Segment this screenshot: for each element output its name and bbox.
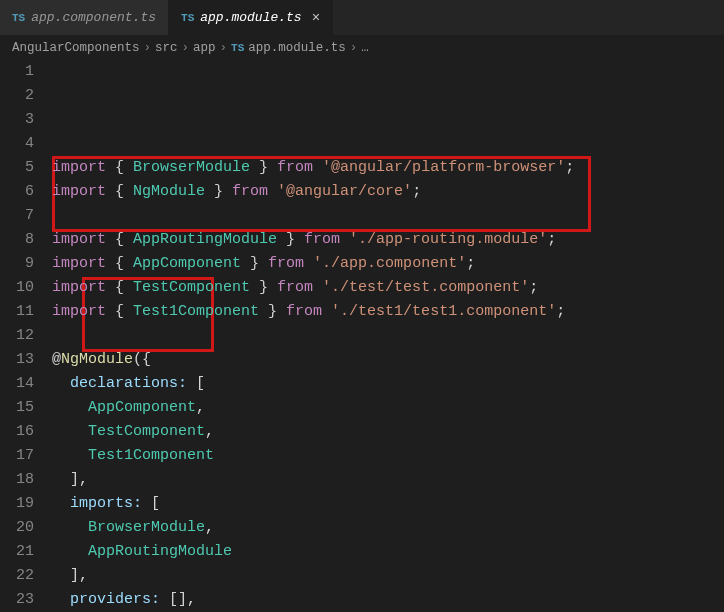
line-number: 5	[0, 156, 34, 180]
code-line[interactable]: BrowserModule,	[52, 516, 724, 540]
chevron-right-icon: ›	[220, 41, 228, 55]
typescript-icon: TS	[181, 12, 194, 24]
breadcrumb-more[interactable]: …	[361, 41, 369, 55]
breadcrumb-file[interactable]: app.module.ts	[248, 41, 346, 55]
code-line[interactable]: import { AppComponent } from './app.comp…	[52, 252, 724, 276]
chevron-right-icon: ›	[144, 41, 152, 55]
code-line[interactable]: TestComponent,	[52, 420, 724, 444]
breadcrumb[interactable]: AngularComponents › src › app › TS app.m…	[0, 36, 724, 60]
line-number: 7	[0, 204, 34, 228]
breadcrumb-part[interactable]: app	[193, 41, 216, 55]
code-line[interactable]	[52, 324, 724, 348]
line-number: 6	[0, 180, 34, 204]
code-line[interactable]: import { Test1Component } from './test1/…	[52, 300, 724, 324]
tab-app-module[interactable]: TS app.module.ts ×	[169, 0, 333, 35]
code-editor[interactable]: 1234567891011121314151617181920212223 im…	[0, 60, 724, 612]
code-line[interactable]: import { AppRoutingModule } from './app-…	[52, 228, 724, 252]
code-line[interactable]: imports: [	[52, 492, 724, 516]
code-line[interactable]: import { NgModule } from '@angular/core'…	[52, 180, 724, 204]
code-line[interactable]: import { BrowserModule } from '@angular/…	[52, 156, 724, 180]
typescript-icon: TS	[12, 12, 25, 24]
line-number: 17	[0, 444, 34, 468]
code-line[interactable]: @NgModule({	[52, 348, 724, 372]
typescript-icon: TS	[231, 42, 244, 54]
tab-label: app.module.ts	[200, 10, 301, 25]
line-number: 16	[0, 420, 34, 444]
line-number: 4	[0, 132, 34, 156]
code-line[interactable]: AppComponent,	[52, 396, 724, 420]
line-number: 2	[0, 84, 34, 108]
line-number: 9	[0, 252, 34, 276]
line-number: 11	[0, 300, 34, 324]
code-line[interactable]: ],	[52, 564, 724, 588]
code-line[interactable]: declarations: [	[52, 372, 724, 396]
tab-app-component[interactable]: TS app.component.ts	[0, 0, 169, 35]
line-number: 21	[0, 540, 34, 564]
line-number: 14	[0, 372, 34, 396]
close-icon[interactable]: ×	[312, 10, 320, 26]
line-number: 15	[0, 396, 34, 420]
chevron-right-icon: ›	[350, 41, 358, 55]
tab-label: app.component.ts	[31, 10, 156, 25]
line-number: 8	[0, 228, 34, 252]
line-number: 19	[0, 492, 34, 516]
code-content[interactable]: import { BrowserModule } from '@angular/…	[52, 60, 724, 612]
chevron-right-icon: ›	[182, 41, 190, 55]
line-number: 20	[0, 516, 34, 540]
line-number: 13	[0, 348, 34, 372]
code-line[interactable]: import { TestComponent } from './test/te…	[52, 276, 724, 300]
breadcrumb-part[interactable]: AngularComponents	[12, 41, 140, 55]
line-number: 18	[0, 468, 34, 492]
code-line[interactable]: Test1Component	[52, 444, 724, 468]
line-number: 22	[0, 564, 34, 588]
line-number-gutter: 1234567891011121314151617181920212223	[0, 60, 52, 612]
code-line[interactable]: providers: [],	[52, 588, 724, 612]
code-line[interactable]: AppRoutingModule	[52, 540, 724, 564]
line-number: 1	[0, 60, 34, 84]
line-number: 10	[0, 276, 34, 300]
editor-tabs: TS app.component.ts TS app.module.ts ×	[0, 0, 724, 36]
code-line[interactable]: ],	[52, 468, 724, 492]
line-number: 23	[0, 588, 34, 612]
breadcrumb-part[interactable]: src	[155, 41, 178, 55]
line-number: 3	[0, 108, 34, 132]
code-line[interactable]	[52, 204, 724, 228]
line-number: 12	[0, 324, 34, 348]
